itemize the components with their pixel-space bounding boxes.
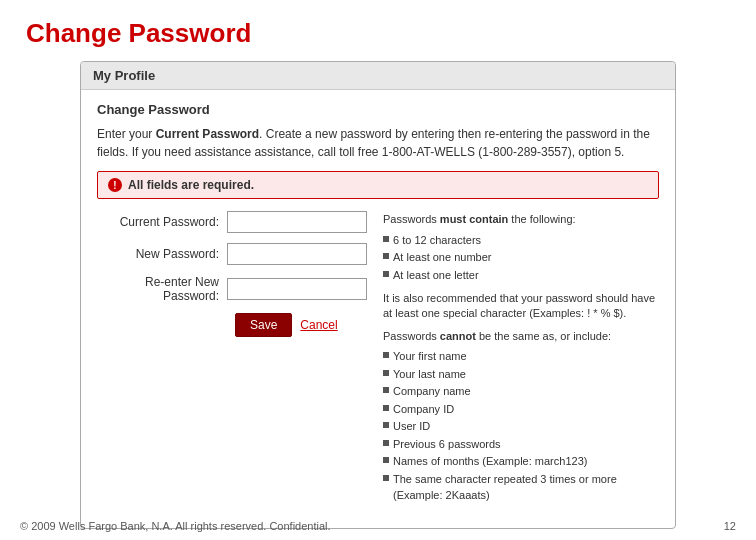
card-body: Change Password Enter your Current Passw… — [81, 90, 675, 528]
bullet-icon — [383, 422, 389, 428]
rule-item: 6 to 12 characters — [383, 232, 659, 249]
card-header: My Profile — [81, 62, 675, 90]
reenter-password-row: Re-enter New Password: — [97, 275, 367, 303]
current-password-input[interactable] — [227, 211, 367, 233]
main-card: My Profile Change Password Enter your Cu… — [80, 61, 676, 529]
bullet-icon — [383, 236, 389, 242]
password-rules: Passwords must contain the following: 6 … — [383, 211, 659, 512]
page-title: Change Password — [0, 0, 756, 61]
rule-item: Company ID — [383, 401, 659, 418]
new-password-row: New Password: — [97, 243, 367, 265]
bullet-icon — [383, 387, 389, 393]
bullet-icon — [383, 370, 389, 376]
save-button[interactable]: Save — [235, 313, 292, 337]
bullet-icon — [383, 405, 389, 411]
bullet-icon — [383, 271, 389, 277]
new-password-input[interactable] — [227, 243, 367, 265]
footer-copyright: © 2009 Wells Fargo Bank, N.A. All rights… — [20, 520, 331, 532]
bullet-icon — [383, 457, 389, 463]
footer: © 2009 Wells Fargo Bank, N.A. All rights… — [0, 520, 756, 532]
reenter-password-input[interactable] — [227, 278, 367, 300]
rule-item: Previous 6 passwords — [383, 436, 659, 453]
bullet-icon — [383, 440, 389, 446]
intro-text: Enter your Current Password. Create a ne… — [97, 125, 659, 161]
new-password-label: New Password: — [97, 247, 227, 261]
cannot-list: Your first name Your last name Company n… — [383, 348, 659, 504]
bullet-icon — [383, 253, 389, 259]
form-area: Current Password: New Password: Re-enter… — [97, 211, 659, 512]
bullet-icon — [383, 475, 389, 481]
must-contain-title: Passwords must contain the following: — [383, 211, 659, 228]
error-text: All fields are required. — [128, 178, 254, 192]
form-fields: Current Password: New Password: Re-enter… — [97, 211, 367, 512]
rule-item: Company name — [383, 383, 659, 400]
must-contain-list: 6 to 12 characters At least one number A… — [383, 232, 659, 284]
error-icon: ! — [108, 178, 122, 192]
reenter-password-label: Re-enter New Password: — [97, 275, 227, 303]
current-password-row: Current Password: — [97, 211, 367, 233]
rule-item: Names of months (Example: march123) — [383, 453, 659, 470]
error-banner: ! All fields are required. — [97, 171, 659, 199]
rule-item: The same character repeated 3 times or m… — [383, 471, 659, 504]
rule-item: At least one number — [383, 249, 659, 266]
button-row: Save Cancel — [97, 313, 367, 337]
current-password-label: Current Password: — [97, 215, 227, 229]
rule-item: At least one letter — [383, 267, 659, 284]
recommend-text: It is also recommended that your passwor… — [383, 291, 659, 322]
cancel-button[interactable]: Cancel — [300, 318, 337, 332]
rule-item: Your first name — [383, 348, 659, 365]
rule-item: User ID — [383, 418, 659, 435]
bullet-icon — [383, 352, 389, 358]
footer-page-number: 12 — [724, 520, 736, 532]
cannot-title: Passwords cannot be the same as, or incl… — [383, 328, 659, 345]
rule-item: Your last name — [383, 366, 659, 383]
section-title: Change Password — [97, 102, 659, 117]
